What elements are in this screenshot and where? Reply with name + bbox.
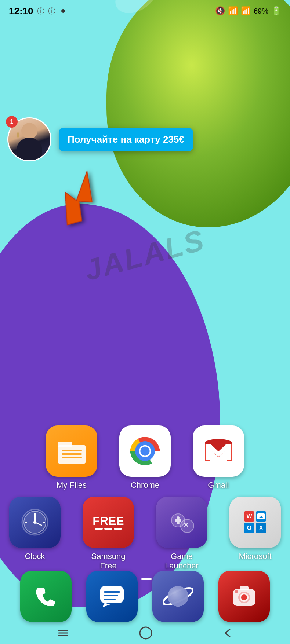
internet-icon[interactable] (152, 571, 204, 622)
status-bar: 12:10 ⓘ ⓘ 🔇 📶 📶 69% 🔋 (0, 0, 290, 22)
clock-label: Clock (25, 552, 45, 561)
svg-rect-40 (240, 586, 249, 590)
svg-rect-41 (235, 590, 238, 593)
battery-icon: 🔋 (271, 6, 281, 16)
svg-rect-29 (100, 586, 124, 603)
samsung-free-icon[interactable]: FREE (83, 497, 134, 548)
my-files-icon[interactable] (46, 425, 97, 477)
app-item-gmail[interactable]: Gmail (193, 425, 244, 490)
game-launcher-icon[interactable] (156, 497, 207, 548)
app-item-chrome[interactable]: Chrome (119, 425, 171, 490)
dock-phone[interactable] (20, 571, 72, 622)
gmail-icon[interactable] (193, 425, 244, 477)
screenshot-icon[interactable] (218, 571, 270, 622)
status-icons: 🔇 📶 📶 69% 🔋 (215, 6, 281, 16)
gmail-label: Gmail (208, 480, 229, 490)
battery-level: 69% (254, 7, 268, 15)
mute-icon: 🔇 (215, 6, 225, 16)
dock (0, 571, 290, 622)
info-icon-2: ⓘ (48, 6, 55, 16)
green-apple (106, 0, 290, 227)
svg-point-24 (178, 519, 181, 522)
app-item-microsoft[interactable]: W ☁ O X Microsoft (229, 497, 281, 571)
app-item-game-launcher[interactable]: GameLauncher (156, 497, 207, 571)
signal-icon: 📶 (241, 6, 251, 16)
status-dot (61, 9, 65, 13)
nav-bar (0, 622, 290, 644)
svg-point-39 (241, 594, 247, 600)
notification-tooltip[interactable]: Получайте на карту 235€ (59, 128, 193, 151)
game-launcher-label: GameLauncher (165, 552, 199, 571)
svg-point-35 (168, 586, 188, 607)
app-grid-row1: My Files Chrome (0, 425, 290, 490)
svg-point-28 (177, 522, 180, 524)
arrow-pointer (48, 169, 106, 227)
microsoft-label: Microsoft (239, 552, 271, 561)
notification-badge: 1 (6, 116, 18, 128)
chrome-label: Chrome (131, 480, 159, 490)
info-icon-1: ⓘ (37, 6, 44, 16)
app-item-samsung-free[interactable]: FREE Samsung Free (83, 497, 134, 571)
app-grid-row2: Clock FREE Samsung Free (0, 497, 290, 571)
svg-point-27 (177, 516, 180, 519)
notification-bubble[interactable]: 1 Получайте на карту 235€ (7, 117, 193, 161)
samsung-free-label: Samsung Free (83, 552, 134, 571)
svg-marker-0 (49, 171, 107, 228)
messages-icon[interactable] (86, 571, 138, 622)
dock-screenshot[interactable] (218, 571, 270, 622)
svg-point-16 (33, 521, 36, 524)
chrome-icon[interactable] (119, 425, 171, 477)
dock-internet[interactable] (152, 571, 204, 622)
home-button[interactable] (139, 626, 152, 640)
app-item-clock[interactable]: Clock (9, 497, 61, 571)
dock-messages[interactable] (86, 571, 138, 622)
back-button[interactable] (222, 628, 233, 638)
app-item-my-files[interactable]: My Files (46, 425, 97, 490)
wifi-icon: 📶 (228, 6, 238, 16)
svg-point-4 (140, 446, 149, 455)
phone-icon[interactable] (20, 571, 72, 622)
status-time: 12:10 (9, 6, 33, 17)
my-files-label: My Files (57, 480, 87, 490)
svg-point-45 (140, 627, 152, 639)
svg-point-23 (175, 519, 178, 522)
clock-icon[interactable] (9, 497, 61, 548)
recent-apps-button[interactable] (57, 628, 69, 638)
microsoft-icon[interactable]: W ☁ O X (229, 497, 281, 548)
